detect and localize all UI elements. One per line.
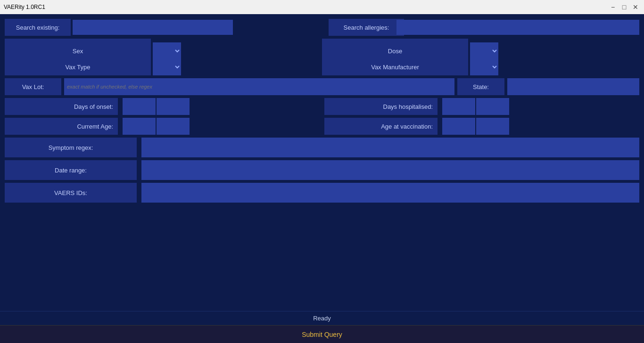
days-onset-min[interactable]: 0.0 — [123, 98, 156, 115]
vax-manufacturer-dropdown[interactable] — [470, 58, 498, 75]
symptom-input[interactable] — [141, 138, 639, 157]
days-hosp-max[interactable]: 99999.0 — [476, 98, 509, 115]
submit-query-button[interactable]: Submit Query — [292, 328, 352, 341]
search-existing-label: Search existing: — [5, 19, 71, 36]
sex-dropdown[interactable] — [153, 42, 181, 59]
symptom-row: Symptom regex: — [5, 138, 639, 157]
current-age-label: Curremt Age: — [5, 118, 118, 135]
status-text: Ready — [313, 315, 331, 322]
age-vax-max[interactable]: 119.0 — [476, 118, 509, 135]
vax-lot-row: Vax Lot: State: — [5, 78, 639, 95]
main-content: Search existing: Search allergies: Sex D… — [0, 14, 644, 311]
state-label: State: — [457, 78, 504, 95]
close-button[interactable]: ✕ — [631, 2, 640, 12]
vax-type-dropdown[interactable] — [153, 58, 181, 75]
minimize-button[interactable]: − — [608, 2, 618, 12]
date-row: Date range: — [5, 160, 639, 180]
days-hosp-min[interactable]: 0.0 — [442, 98, 475, 115]
age-row: Curremt Age: 0.0 120.0 Age at vaccinatio… — [5, 118, 639, 135]
app-title: VAERity 1.0RC1 — [4, 4, 45, 10]
vax-manufacturer-label: Vax Manufacturer — [322, 58, 468, 75]
search-allergies-input[interactable] — [396, 20, 639, 35]
vaers-ids-label: VAERS IDs: — [5, 183, 137, 203]
date-range-input[interactable] — [141, 160, 639, 180]
age-vax-min[interactable]: 0.0 — [442, 118, 475, 135]
days-hosp-range: 0.0 99999.0 — [442, 98, 509, 115]
status-bar: Ready — [0, 311, 644, 325]
maximize-button[interactable]: □ — [619, 2, 629, 12]
symptom-label: Symptom regex: — [5, 138, 137, 157]
search-allergies-label: Search allergies: — [329, 19, 404, 36]
vax-type-row: Vax Type Vax Manufacturer — [5, 58, 639, 75]
current-age-min[interactable]: 0.0 — [123, 118, 156, 135]
days-onset-range: 0.0 44224.0 — [123, 98, 190, 115]
days-hosp-label: Days hospitalised: — [324, 98, 438, 115]
age-vax-range: 0.0 119.0 — [442, 118, 509, 135]
dose-dropdown[interactable] — [470, 42, 498, 59]
vax-lot-input[interactable] — [64, 78, 454, 95]
days-onset-max[interactable]: 44224.0 — [157, 98, 190, 115]
vax-lot-label: Vax Lot: — [5, 78, 61, 95]
submit-bar: Submit Query — [0, 325, 644, 343]
days-onset-hosp-row: Days of onset: 0.0 44224.0 Days hospital… — [5, 98, 639, 115]
age-vax-label: Age at vaccination: — [324, 118, 438, 135]
vaers-row: VAERS IDs: — [5, 183, 639, 203]
title-bar: VAERity 1.0RC1 − □ ✕ — [0, 0, 644, 14]
window-controls: − □ ✕ — [608, 2, 640, 12]
date-range-label: Date range: — [5, 160, 137, 180]
vaers-ids-input[interactable] — [141, 183, 639, 203]
search-row: Search existing: Search allergies: — [5, 19, 639, 36]
current-age-max[interactable]: 120.0 — [157, 118, 190, 135]
days-onset-label: Days of onset: — [5, 98, 118, 115]
current-age-range: 0.0 120.0 — [123, 118, 190, 135]
state-input[interactable] — [507, 78, 639, 95]
vax-type-label: Vax Type — [5, 58, 151, 75]
search-existing-input[interactable] — [73, 20, 233, 35]
